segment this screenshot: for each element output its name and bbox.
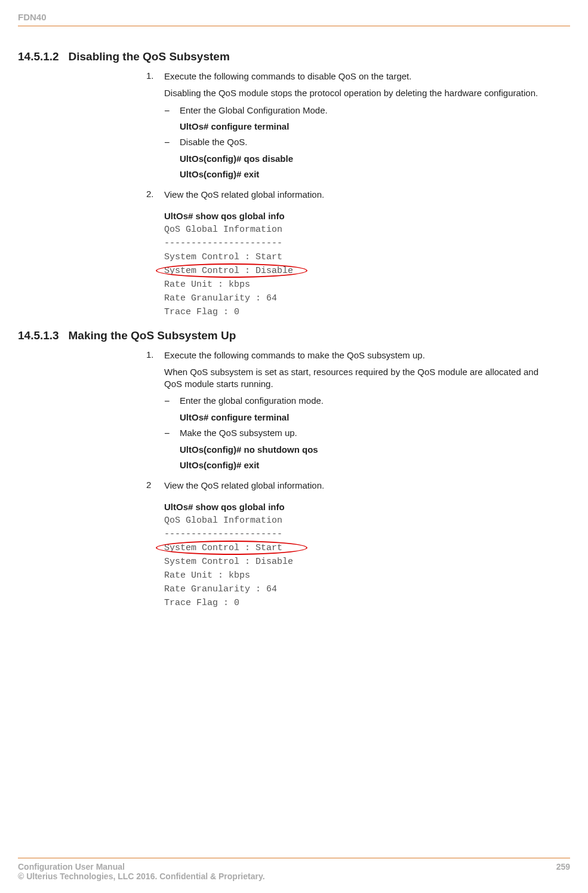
s2-mono-block: QoS Global Information -----------------…	[164, 515, 546, 608]
s2-cmd1: UltOs# configure terminal	[180, 412, 546, 424]
s1-step1-sub1-text: Enter the Global Configuration Mode.	[180, 105, 546, 118]
s1-step1-text: Execute the following commands to disabl…	[164, 70, 546, 82]
s1-step2-num: 2.	[146, 189, 164, 205]
s2-out7: Trace Flag : 0	[164, 598, 546, 608]
section-title-2: Making the QoS Subsystem Up	[69, 329, 236, 342]
s1-step1-sub2: − Disable the QoS.	[164, 136, 546, 149]
dash-icon: −	[164, 105, 180, 118]
s1-output-block: UltOs# show qos global info QoS Global I…	[164, 211, 546, 317]
s2-step2-body: View the QoS related global information.	[164, 480, 546, 496]
s2-step1-sub1: − Enter the global configuration mode.	[164, 395, 546, 408]
s1-cmd2: UltOs(config)# qos disable	[180, 153, 546, 165]
section-heading-2: 14.5.1.3 Making the QoS Subsystem Up	[18, 329, 570, 342]
dash-icon: −	[164, 395, 180, 408]
s1-step2-text: View the QoS related global information.	[164, 189, 546, 201]
s2-output-block: UltOs# show qos global info QoS Global I…	[164, 502, 546, 608]
s2-step1-desc: When QoS subsystem is set as start, reso…	[164, 366, 546, 391]
s1-cmd1: UltOs# configure terminal	[180, 121, 546, 133]
s2-step1-sub2: − Make the QoS subsystem up.	[164, 427, 546, 440]
s1-out2: ----------------------	[164, 238, 546, 248]
dash-icon: −	[164, 427, 180, 440]
s1-out5: Rate Unit : kbps	[164, 280, 546, 290]
s1-step2: 2. View the QoS related global informati…	[146, 189, 546, 205]
s2-cmd3: UltOs(config)# exit	[180, 459, 546, 471]
s1-step1-body: Execute the following commands to disabl…	[164, 70, 546, 184]
section-title-1: Disabling the QoS Subsystem	[69, 50, 230, 63]
page-header: FDN40	[18, 12, 570, 26]
dash-icon: −	[164, 136, 180, 149]
s1-step1: 1. Execute the following commands to dis…	[146, 70, 546, 184]
s2-step2: 2 View the QoS related global informatio…	[146, 480, 546, 496]
s1-step1-sub2-text: Disable the QoS.	[180, 136, 546, 149]
section-number-1: 14.5.1.2	[18, 50, 59, 63]
s2-step1-sub1-text: Enter the global configuration mode.	[180, 395, 546, 408]
s2-step1-num: 1.	[146, 349, 164, 475]
s1-step1-desc: Disabling the QoS module stops the proto…	[164, 87, 546, 99]
s1-step1-sub1: − Enter the Global Configuration Mode.	[164, 105, 546, 118]
s2-out1: QoS Global Information	[164, 515, 546, 526]
s2-step2-cmd: UltOs# show qos global info	[164, 502, 546, 512]
s2-out5: Rate Unit : kbps	[164, 570, 546, 581]
s1-step1-num: 1.	[146, 70, 164, 184]
s2-step1-text: Execute the following commands to make t…	[164, 349, 546, 361]
section2-content: 1. Execute the following commands to mak…	[146, 349, 546, 608]
s2-cmd2: UltOs(config)# no shutdown qos	[180, 444, 546, 456]
s1-out3: System Control : Start	[164, 252, 546, 262]
s2-step1-body: Execute the following commands to make t…	[164, 349, 546, 475]
s1-mono-block: QoS Global Information -----------------…	[164, 225, 546, 317]
s2-step1-sub2-text: Make the QoS subsystem up.	[180, 427, 546, 440]
section-number-2: 14.5.1.3	[18, 329, 59, 342]
s1-out1: QoS Global Information	[164, 225, 546, 235]
footer-left: Configuration User Manual © Ulterius Tec…	[18, 862, 265, 881]
s2-step2-text: View the QoS related global information.	[164, 480, 546, 492]
s2-out6: Rate Granularity : 64	[164, 584, 546, 594]
section1-content: 1. Execute the following commands to dis…	[146, 70, 546, 317]
s2-step2-num: 2	[146, 480, 164, 496]
s2-out2: ----------------------	[164, 529, 546, 539]
footer-page-number: 259	[556, 862, 570, 881]
footer-copyright: © Ulterius Technologies, LLC 2016. Confi…	[18, 871, 265, 881]
footer-manual-title: Configuration User Manual	[18, 862, 265, 871]
s1-step2-body: View the QoS related global information.	[164, 189, 546, 205]
s1-out7: Trace Flag : 0	[164, 307, 546, 317]
s1-cmd3: UltOs(config)# exit	[180, 168, 546, 180]
s2-out3: System Control : Start	[164, 543, 546, 553]
s1-out4: System Control : Disable	[164, 266, 546, 276]
s1-out6: Rate Granularity : 64	[164, 293, 546, 303]
doc-id: FDN40	[18, 12, 47, 22]
section-heading-1: 14.5.1.2 Disabling the QoS Subsystem	[18, 50, 570, 63]
page-footer: Configuration User Manual © Ulterius Tec…	[18, 858, 570, 881]
s1-step2-cmd: UltOs# show qos global info	[164, 211, 546, 221]
s2-out4: System Control : Disable	[164, 557, 546, 567]
s2-step1: 1. Execute the following commands to mak…	[146, 349, 546, 475]
